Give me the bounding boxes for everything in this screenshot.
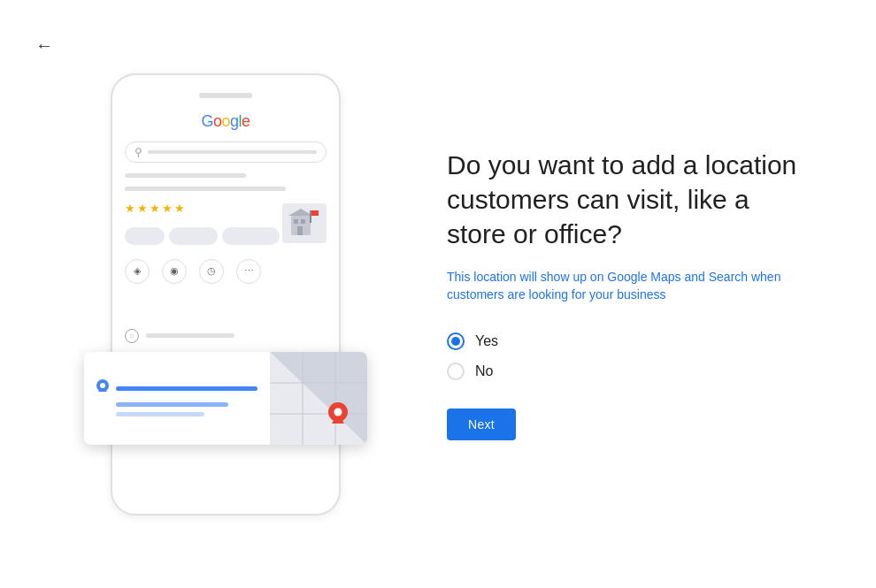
svg-point-18 (334, 408, 342, 416)
radio-no-label: No (475, 363, 493, 379)
map-line-3 (116, 412, 204, 416)
radio-yes-label: Yes (475, 333, 498, 349)
spacer (125, 294, 327, 321)
pill-2 (169, 227, 218, 245)
page-container: ← Google ⚲ ★ ★ ★ ★ ★ (0, 0, 876, 588)
phone-illustration: Google ⚲ ★ ★ ★ ★ ★ (111, 73, 341, 515)
phone-image-placeholder (282, 203, 327, 243)
hours-line (146, 333, 234, 338)
radio-yes-dot (451, 337, 460, 346)
radio-yes-circle (447, 332, 465, 350)
clock-icon: ○ (125, 329, 139, 343)
map-line-2 (116, 402, 228, 407)
phone-notch (199, 93, 252, 98)
red-pin-icon (328, 402, 348, 429)
red-pin-container (328, 402, 348, 432)
svg-rect-5 (310, 210, 311, 223)
svg-rect-3 (297, 226, 303, 235)
map-visual (270, 352, 367, 445)
result-line-1 (125, 173, 246, 178)
building-icon (287, 207, 322, 239)
right-panel: Do you want to add a location customers … (411, 112, 836, 475)
left-panel: Google ⚲ ★ ★ ★ ★ ★ (40, 29, 411, 560)
next-button[interactable]: Next (447, 409, 516, 440)
phone-action-icons: ◈ ◉ ◷ ⋯ (125, 259, 327, 284)
radio-no-circle (447, 363, 465, 380)
google-logo: Google (125, 112, 327, 131)
search-bar-fill (148, 150, 317, 154)
directions-icon: ◈ (125, 259, 150, 284)
svg-rect-2 (301, 219, 305, 224)
svg-marker-4 (288, 209, 313, 216)
radio-group: Yes No (447, 332, 801, 380)
pill-1 (125, 227, 165, 245)
map-line-1 (116, 386, 257, 391)
question-subtitle: This location will show up on Google Map… (447, 269, 801, 303)
blue-pin-icon (96, 379, 109, 397)
result-line-2 (125, 187, 286, 191)
search-icon: ⚲ (134, 146, 142, 158)
map-bg (270, 352, 367, 445)
phone-search-bar: ⚲ (125, 141, 327, 163)
pill-3 (222, 227, 280, 245)
map-card-left (84, 352, 270, 445)
call-icon: ◉ (162, 259, 187, 284)
share-icon: ⋯ (236, 259, 261, 284)
radio-option-no[interactable]: No (447, 363, 801, 380)
svg-rect-1 (294, 219, 298, 224)
map-card-overlay (84, 352, 367, 445)
question-title: Do you want to add a location customers … (447, 148, 801, 251)
save-icon: ◷ (199, 259, 224, 284)
info-row-hours: ○ (125, 326, 327, 346)
map-pin-row (96, 379, 257, 397)
radio-option-yes[interactable]: Yes (447, 332, 801, 350)
svg-rect-6 (311, 210, 319, 216)
svg-point-9 (100, 383, 105, 388)
